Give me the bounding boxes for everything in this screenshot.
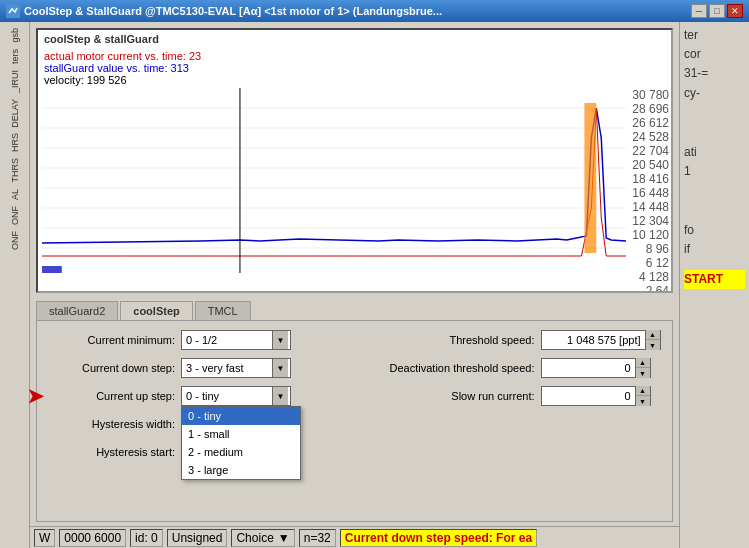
threshold-speed-row: Threshold speed: 1 048 575 [ppt] ▲ ▼ (355, 329, 665, 351)
status-description-text: Current down step speed: For ea (345, 531, 532, 545)
threshold-speed-value: 1 048 575 [ppt] (542, 334, 645, 346)
status-w-text: W (39, 531, 50, 545)
status-bar: W 0000 6000 id: 0 Unsigned Choice ▼ n=32… (30, 526, 679, 548)
sidebar-item-thrs[interactable]: THRS (8, 156, 22, 185)
status-choice[interactable]: Choice ▼ (231, 529, 294, 547)
maximize-button[interactable]: □ (709, 4, 725, 18)
current-up-step-value: 0 - tiny (184, 390, 272, 402)
status-n-text: n=32 (304, 531, 331, 545)
status-data: 0000 6000 (59, 529, 126, 547)
app-icon (6, 4, 20, 18)
current-minimum-value: 0 - 1/2 (184, 334, 272, 346)
deactivation-down[interactable]: ▼ (636, 368, 650, 378)
sidebar-item-delay[interactable]: DELAY (8, 97, 22, 130)
slow-run-spinbox-buttons: ▲ ▼ (635, 386, 650, 406)
current-minimum-arrow[interactable]: ▼ (272, 331, 288, 349)
right-strip-item-3: 31-= (684, 64, 745, 83)
current-down-step-label: Current down step: (45, 362, 175, 374)
slow-run-down[interactable]: ▼ (636, 396, 650, 406)
slow-run-up[interactable]: ▲ (636, 386, 650, 396)
right-strip-item-4: cy- (684, 84, 745, 103)
current-down-step-dropdown[interactable]: 3 - very fast ▼ (181, 358, 291, 378)
sidebar: gsb ters _IRUI DELAY HRS THRS AL ONF ONF (0, 22, 30, 548)
sidebar-item-al[interactable]: AL (8, 187, 22, 202)
tab-bar: stallGuard2 coolStep TMCL (30, 297, 679, 320)
panel-grid: Current minimum: 0 - 1/2 ▼ Current down … (45, 329, 664, 463)
window-title: CoolStep & StallGuard @TMC5130-EVAL [Aα]… (24, 5, 442, 17)
right-strip-items: ter cor 31-= cy- ati 1 fo if START (684, 26, 745, 289)
current-down-step-row: Current down step: 3 - very fast ▼ (45, 357, 355, 379)
chart-title: coolStep & stallGuard (38, 30, 671, 48)
right-strip: ter cor 31-= cy- ati 1 fo if START (679, 22, 749, 548)
current-up-step-popup: 0 - tiny 1 - small 2 - medium 3 - large (181, 406, 301, 480)
chart-right-axis: 30 780 28 696 26 612 24 528 22 704 20 54… (626, 88, 671, 273)
right-strip-item-8: if (684, 240, 745, 259)
threshold-speed-up[interactable]: ▲ (646, 330, 660, 340)
hysteresis-start-label: Hysteresis start: (45, 446, 175, 458)
title-bar-buttons: ─ □ ✕ (691, 4, 743, 18)
current-up-step-dropdown-arrow[interactable]: ▼ (272, 387, 288, 405)
deactivation-threshold-spinbox[interactable]: 0 ▲ ▼ (541, 358, 651, 378)
tab-tmcl[interactable]: TMCL (195, 301, 251, 320)
chart-label-current: actual motor current vs. time: 23 (44, 50, 665, 62)
title-bar-left: CoolStep & StallGuard @TMC5130-EVAL [Aα]… (6, 4, 442, 18)
chart-container: coolStep & stallGuard actual motor curre… (36, 28, 673, 293)
status-choice-arrow: ▼ (278, 531, 290, 545)
svg-rect-9 (584, 103, 596, 253)
current-down-step-arrow[interactable]: ▼ (272, 359, 288, 377)
sidebar-item-ters[interactable]: ters (8, 47, 22, 66)
threshold-speed-label: Threshold speed: (355, 334, 535, 346)
status-type-text: Unsigned (172, 531, 223, 545)
status-description: Current down step speed: For ea (340, 529, 537, 547)
right-strip-start[interactable]: START (684, 270, 745, 289)
slow-run-current-value: 0 (542, 390, 635, 402)
current-down-step-value: 3 - very fast (184, 362, 272, 374)
minimize-button[interactable]: ─ (691, 4, 707, 18)
content-area: coolStep & stallGuard actual motor curre… (30, 22, 679, 548)
deactivation-threshold-row: Deactivation threshold speed: 0 ▲ ▼ (355, 357, 665, 379)
current-up-step-container: 0 - tiny ▼ 0 - tiny 1 - small 2 - medium… (181, 386, 291, 406)
chart-label-stallguard: stallGuard value vs. time: 313 (44, 62, 665, 74)
current-up-step-row: ➤ Current up step: 0 - tiny ▼ 0 - tiny 1… (45, 385, 355, 407)
tab-stallguard2[interactable]: stallGuard2 (36, 301, 118, 320)
right-strip-item-7: fo (684, 221, 745, 240)
option-3-large[interactable]: 3 - large (182, 461, 300, 479)
tab-coolstep[interactable]: coolStep (120, 301, 192, 320)
chart-labels: actual motor current vs. time: 23 stallG… (38, 48, 671, 88)
slow-run-current-label: Slow run current: (355, 390, 535, 402)
chart-svg-container (42, 88, 626, 273)
option-0-tiny[interactable]: 0 - tiny (182, 407, 300, 425)
option-2-medium[interactable]: 2 - medium (182, 443, 300, 461)
chart-label-velocity: velocity: 199 526 (44, 74, 665, 86)
panel-left: Current minimum: 0 - 1/2 ▼ Current down … (45, 329, 355, 463)
status-id-text: id: 0 (135, 531, 158, 545)
status-data-text: 0000 6000 (64, 531, 121, 545)
right-strip-item-5: ati (684, 143, 745, 162)
right-strip-item-2: cor (684, 45, 745, 64)
option-1-small[interactable]: 1 - small (182, 425, 300, 443)
current-up-step-dropdown[interactable]: 0 - tiny ▼ (181, 386, 291, 406)
threshold-speed-down[interactable]: ▼ (646, 340, 660, 350)
current-minimum-dropdown[interactable]: 0 - 1/2 ▼ (181, 330, 291, 350)
status-id: id: 0 (130, 529, 163, 547)
sidebar-item-irui[interactable]: _IRUI (8, 68, 22, 95)
sidebar-item-hrs[interactable]: HRS (8, 131, 22, 154)
deactivation-up[interactable]: ▲ (636, 358, 650, 368)
close-button[interactable]: ✕ (727, 4, 743, 18)
threshold-speed-spinbox-buttons: ▲ ▼ (645, 330, 660, 350)
slow-run-current-spinbox[interactable]: 0 ▲ ▼ (541, 386, 651, 406)
status-type: Unsigned (167, 529, 228, 547)
threshold-speed-spinbox[interactable]: 1 048 575 [ppt] ▲ ▼ (541, 330, 661, 350)
sidebar-item-onf1[interactable]: ONF (8, 204, 22, 227)
current-up-step-arrow-indicator: ➤ (27, 384, 44, 408)
sidebar-item-gsb[interactable]: gsb (8, 26, 22, 45)
deactivation-spinbox-buttons: ▲ ▼ (635, 358, 650, 378)
sidebar-item-onf2[interactable]: ONF (8, 229, 22, 252)
panel-content: Current minimum: 0 - 1/2 ▼ Current down … (36, 320, 673, 522)
deactivation-threshold-value: 0 (542, 362, 635, 374)
slow-run-current-row: Slow run current: 0 ▲ ▼ (355, 385, 665, 407)
svg-rect-11 (42, 266, 62, 273)
panel-right: Threshold speed: 1 048 575 [ppt] ▲ ▼ Dea… (355, 329, 665, 463)
right-strip-item-1: ter (684, 26, 745, 45)
chart-plot-area: 30 780 28 696 26 612 24 528 22 704 20 54… (38, 88, 671, 273)
